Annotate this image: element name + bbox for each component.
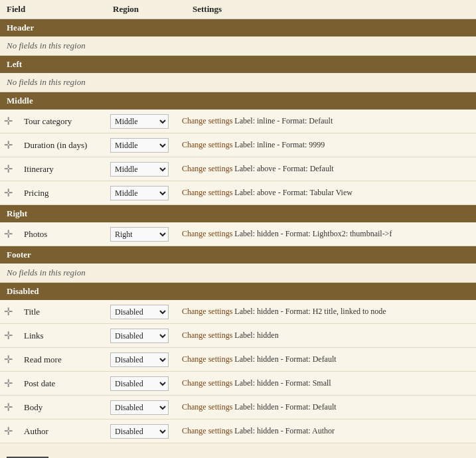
drag-handle[interactable]: ✛ xyxy=(4,305,24,318)
settings-cell: Change settings Label: inline - Format: … xyxy=(177,140,472,150)
drag-handle[interactable]: ✛ xyxy=(4,329,24,342)
col-field: Field xyxy=(7,4,113,15)
region-select[interactable]: HeaderLeftMiddleRightFooterDisabled xyxy=(110,305,169,319)
settings-text: Label: inline - Format: Default xyxy=(232,116,333,125)
table-row: ✛Duration (in days)HeaderLeftMiddleRight… xyxy=(0,133,476,157)
region-select[interactable]: HeaderLeftMiddleRightFooterDisabled xyxy=(110,329,169,343)
table-row: ✛PricingHeaderLeftMiddleRightFooterDisab… xyxy=(0,181,476,205)
settings-cell: Change settings Label: hidden - Format: … xyxy=(177,229,472,239)
settings-text: Label: hidden xyxy=(232,331,278,340)
settings-cell: Change settings Label: above - Format: D… xyxy=(177,164,472,174)
settings-cell: Change settings Label: above - Format: T… xyxy=(177,188,472,198)
drag-handle[interactable]: ✛ xyxy=(4,228,24,240)
settings-cell: Change settings Label: hidden - Format: … xyxy=(177,354,472,364)
change-settings-link[interactable]: Change settings xyxy=(182,354,232,364)
settings-text: Label: hidden - Format: Lightbox2: thumb… xyxy=(232,229,392,238)
field-name: Tour category xyxy=(24,116,110,127)
col-region: Region xyxy=(113,4,193,15)
region-select[interactable]: HeaderLeftMiddleRightFooterDisabled xyxy=(110,227,169,242)
drag-handle[interactable]: ✛ xyxy=(4,139,24,151)
table-row: ✛ItineraryHeaderLeftMiddleRightFooterDis… xyxy=(0,157,476,181)
settings-text: Label: hidden - Format: H2 title, linked… xyxy=(232,307,386,316)
settings-cell: Change settings Label: hidden - Format: … xyxy=(177,378,472,388)
drag-handle[interactable]: ✛ xyxy=(4,401,24,414)
section-header-footer: Footer xyxy=(0,246,476,264)
settings-cell: Change settings Label: hidden xyxy=(177,331,472,341)
settings-text: Label: inline - Format: 9999 xyxy=(232,140,325,149)
settings-text: Label: hidden - Format: Author xyxy=(232,426,335,435)
settings-cell: Change settings Label: hidden - Format: … xyxy=(177,307,472,317)
field-name: Photos xyxy=(24,229,110,240)
field-name: Links xyxy=(24,331,110,341)
settings-text: Label: hidden - Format: Small xyxy=(232,378,331,388)
table-row: ✛LinksHeaderLeftMiddleRightFooterDisable… xyxy=(0,324,476,348)
field-name: Title xyxy=(24,307,110,317)
footer-area: Save xyxy=(0,443,476,458)
table-row: ✛PhotosHeaderLeftMiddleRightFooterDisabl… xyxy=(0,222,476,246)
field-name: Pricing xyxy=(24,188,110,198)
table-row: ✛Tour categoryHeaderLeftMiddleRightFoote… xyxy=(0,110,476,133)
table-row: ✛Read moreHeaderLeftMiddleRightFooterDis… xyxy=(0,348,476,372)
settings-cell: Change settings Label: hidden - Format: … xyxy=(177,402,472,412)
drag-handle[interactable]: ✛ xyxy=(4,115,24,127)
table-row: ✛TitleHeaderLeftMiddleRightFooterDisable… xyxy=(0,300,476,324)
field-name: Body xyxy=(24,402,110,413)
region-select[interactable]: HeaderLeftMiddleRightFooterDisabled xyxy=(110,162,169,177)
change-settings-link[interactable]: Change settings xyxy=(182,378,232,388)
field-name: Itinerary xyxy=(24,164,110,175)
settings-cell: Change settings Label: inline - Format: … xyxy=(177,116,472,126)
region-select[interactable]: HeaderLeftMiddleRightFooterDisabled xyxy=(110,114,169,129)
change-settings-link[interactable]: Change settings xyxy=(182,331,232,340)
section-header-disabled: Disabled xyxy=(0,283,476,300)
drag-handle[interactable]: ✛ xyxy=(4,353,24,366)
sections-container: HeaderNo fields in this regionLeftNo fie… xyxy=(0,19,476,443)
change-settings-link[interactable]: Change settings xyxy=(182,402,232,412)
field-name: Author xyxy=(24,426,110,437)
drag-handle[interactable]: ✛ xyxy=(4,377,24,390)
section-header-middle: Middle xyxy=(0,92,476,110)
change-settings-link[interactable]: Change settings xyxy=(182,164,232,173)
change-settings-link[interactable]: Change settings xyxy=(182,307,232,316)
settings-text: Label: above - Format: Tabular View xyxy=(232,188,353,197)
region-select[interactable]: HeaderLeftMiddleRightFooterDisabled xyxy=(110,186,169,200)
table-row: ✛Post dateHeaderLeftMiddleRightFooterDis… xyxy=(0,372,476,396)
col-settings: Settings xyxy=(193,4,469,15)
table-row: ✛BodyHeaderLeftMiddleRightFooterDisabled… xyxy=(0,396,476,420)
section-header-header: Header xyxy=(0,19,476,37)
drag-handle[interactable]: ✛ xyxy=(4,425,24,437)
region-select[interactable]: HeaderLeftMiddleRightFooterDisabled xyxy=(110,376,169,391)
change-settings-link[interactable]: Change settings xyxy=(182,140,232,149)
field-name: Post date xyxy=(24,378,110,389)
table-row: ✛AuthorHeaderLeftMiddleRightFooterDisabl… xyxy=(0,420,476,443)
change-settings-link[interactable]: Change settings xyxy=(182,426,232,435)
drag-handle[interactable]: ✛ xyxy=(4,187,24,199)
section-header-left: Left xyxy=(0,56,476,73)
field-name: Read more xyxy=(24,354,110,365)
region-select[interactable]: HeaderLeftMiddleRightFooterDisabled xyxy=(110,138,169,153)
change-settings-link[interactable]: Change settings xyxy=(182,188,232,197)
no-fields-header: No fields in this region xyxy=(0,37,476,56)
settings-text: Label: hidden - Format: Default xyxy=(232,354,336,364)
no-fields-left: No fields in this region xyxy=(0,73,476,92)
region-select[interactable]: HeaderLeftMiddleRightFooterDisabled xyxy=(110,424,169,439)
region-select[interactable]: HeaderLeftMiddleRightFooterDisabled xyxy=(110,400,169,415)
field-name: Duration (in days) xyxy=(24,140,110,151)
drag-handle[interactable]: ✛ xyxy=(4,163,24,175)
change-settings-link[interactable]: Change settings xyxy=(182,229,232,238)
settings-text: Label: above - Format: Default xyxy=(232,164,333,173)
section-header-right: Right xyxy=(0,205,476,222)
no-fields-footer: No fields in this region xyxy=(0,264,476,283)
table-header: Field Region Settings xyxy=(0,0,476,19)
change-settings-link[interactable]: Change settings xyxy=(182,116,232,125)
settings-cell: Change settings Label: hidden - Format: … xyxy=(177,426,472,436)
region-select[interactable]: HeaderLeftMiddleRightFooterDisabled xyxy=(110,352,169,367)
settings-text: Label: hidden - Format: Default xyxy=(232,402,336,412)
